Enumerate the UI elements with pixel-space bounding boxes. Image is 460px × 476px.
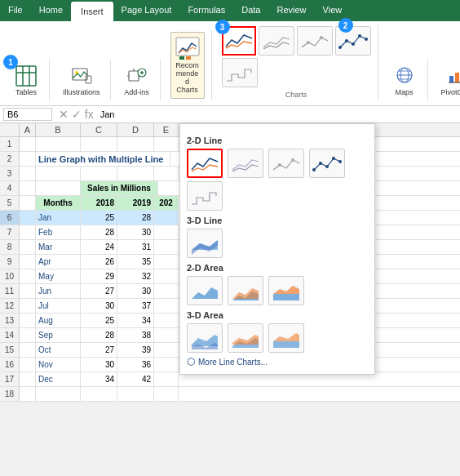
line-chart-stacked-button[interactable] <box>259 26 294 56</box>
cell-val2[interactable]: 28 <box>117 211 154 225</box>
tab-page-layout[interactable]: Page Layout <box>113 2 180 21</box>
cell-a[interactable] <box>20 211 36 225</box>
cell-a[interactable] <box>20 314 36 327</box>
cell-val3[interactable] <box>154 225 179 239</box>
cell-val2[interactable]: 36 <box>117 358 154 371</box>
cell-a[interactable] <box>20 328 36 342</box>
cell-a[interactable] <box>20 255 36 269</box>
cell-val1[interactable]: 28 <box>81 225 117 239</box>
line-basic-button[interactable] <box>187 149 223 178</box>
maps-button[interactable]: Maps <box>388 61 421 99</box>
cell-b1[interactable] <box>36 137 81 151</box>
3d-area-basic-button[interactable] <box>187 323 223 353</box>
area-basic-button[interactable] <box>187 276 223 305</box>
cell-b18[interactable] <box>36 387 81 401</box>
cell-val1[interactable]: 25 <box>81 314 117 327</box>
cell-val1[interactable]: 25 <box>81 211 117 225</box>
cell-month[interactable]: Nov <box>36 358 81 371</box>
cell-val1[interactable]: 26 <box>81 255 117 269</box>
3d-line-button[interactable] <box>187 229 223 258</box>
cell-val3[interactable] <box>154 328 179 342</box>
cell-a3[interactable] <box>20 167 36 180</box>
cell-month[interactable]: Jan <box>36 211 81 225</box>
cell-month[interactable]: Jul <box>36 299 81 313</box>
cell-val3[interactable] <box>154 284 179 298</box>
cell-month[interactable]: Dec <box>36 372 81 386</box>
cell-val2[interactable]: 30 <box>117 225 154 239</box>
cell-a5[interactable] <box>20 196 36 210</box>
tab-formulas[interactable]: Formulas <box>179 2 233 21</box>
cell-e18[interactable] <box>154 387 179 401</box>
cell-val1[interactable]: 34 <box>81 372 117 386</box>
cell-c1[interactable] <box>81 137 117 151</box>
cell-a[interactable] <box>20 269 36 283</box>
cell-month[interactable]: May <box>36 269 81 283</box>
cell-e3[interactable] <box>154 167 179 180</box>
cell-a[interactable] <box>20 240 36 254</box>
cell-val3[interactable] <box>154 240 179 254</box>
cell-val3[interactable] <box>154 255 179 269</box>
cell-val1[interactable]: 24 <box>81 240 117 254</box>
cell-a[interactable] <box>20 299 36 313</box>
3d-area-stacked-button[interactable] <box>228 323 263 353</box>
cell-d18[interactable] <box>117 387 154 401</box>
cell-val2[interactable]: 38 <box>117 328 154 342</box>
tab-review[interactable]: Review <box>268 2 314 21</box>
cell-a[interactable] <box>20 358 36 371</box>
cell-month[interactable]: Aug <box>36 314 81 327</box>
illustrations-button[interactable]: Illustrations <box>60 61 104 99</box>
cell-month[interactable]: Oct <box>36 343 81 357</box>
cell-val1[interactable]: 29 <box>81 269 117 283</box>
cell-month[interactable]: Sep <box>36 328 81 342</box>
cell-val1[interactable]: 30 <box>81 299 117 313</box>
cell-title[interactable]: Line Graph with Multiple Line <box>36 152 170 166</box>
3d-area-100-button[interactable] <box>268 323 304 353</box>
cell-b3[interactable] <box>36 167 81 180</box>
cell-month[interactable]: Feb <box>36 225 81 239</box>
more-charts-link[interactable]: ⬡ More Line Charts... <box>187 356 368 367</box>
cell-year3-header[interactable]: 202 <box>154 196 179 210</box>
cell-d1[interactable] <box>117 137 154 151</box>
line-chart-step-button[interactable] <box>222 58 258 87</box>
tab-home[interactable]: Home <box>31 2 71 21</box>
cell-a[interactable] <box>20 225 36 239</box>
cell-a[interactable] <box>20 372 36 386</box>
cell-a[interactable] <box>20 343 36 357</box>
tab-file[interactable]: File <box>0 2 31 21</box>
cell-val2[interactable]: 31 <box>117 240 154 254</box>
name-box[interactable]: B6 <box>3 108 52 121</box>
formula-input[interactable] <box>100 109 457 119</box>
line-step-button[interactable] <box>187 181 223 211</box>
line-stacked-button[interactable] <box>228 149 263 178</box>
cell-val3[interactable] <box>154 299 179 313</box>
cell-d3[interactable] <box>117 167 154 180</box>
cell-a[interactable] <box>20 284 36 298</box>
cell-b4[interactable] <box>36 181 81 195</box>
cell-val1[interactable]: 27 <box>81 343 117 357</box>
cell-c18[interactable] <box>81 387 117 401</box>
line-chart-selected-button[interactable]: 3 <box>222 26 256 56</box>
cell-val3[interactable] <box>154 314 179 327</box>
cell-month[interactable]: Apr <box>36 255 81 269</box>
cell-val2[interactable]: 34 <box>117 314 154 327</box>
cell-month[interactable]: Jun <box>36 284 81 298</box>
cell-year1-header[interactable]: 2018 <box>81 196 117 210</box>
cell-c3[interactable] <box>81 167 117 180</box>
area-100-button[interactable] <box>268 276 304 305</box>
cell-val3[interactable] <box>154 358 179 371</box>
addins-button[interactable]: Add-ins <box>121 61 153 99</box>
cell-sales-header[interactable]: Sales in Millions <box>81 181 158 195</box>
pivotchart-button[interactable]: PivotChart <box>438 61 460 99</box>
cell-val3[interactable] <box>154 211 179 225</box>
tab-data[interactable]: Data <box>233 2 268 21</box>
cell-month[interactable]: Mar <box>36 240 81 254</box>
cell-val3[interactable] <box>154 372 179 386</box>
cell-a1[interactable] <box>20 137 36 151</box>
cell-a4[interactable] <box>20 181 36 195</box>
tab-insert[interactable]: Insert <box>71 2 113 21</box>
line-100-button[interactable] <box>268 149 304 178</box>
cell-val2[interactable]: 32 <box>117 269 154 283</box>
cell-months-header[interactable]: Months <box>36 196 81 210</box>
cell-e1[interactable] <box>154 137 179 151</box>
area-stacked-button[interactable] <box>228 276 263 305</box>
